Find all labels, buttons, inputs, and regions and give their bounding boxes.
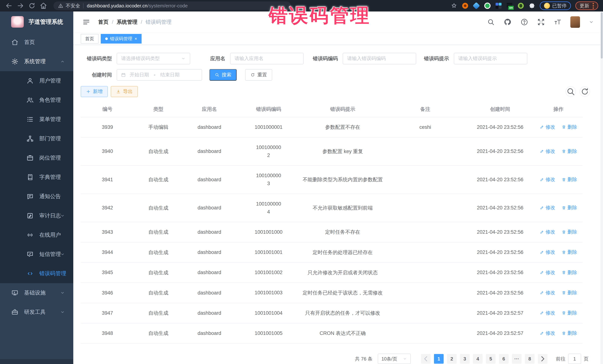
edit-link[interactable]: 修改 — [540, 289, 555, 296]
error-hint-input[interactable]: 请输入错误码提示 — [454, 53, 527, 64]
pencil-icon — [540, 331, 544, 335]
delete-link[interactable]: 删除 — [562, 176, 577, 183]
fullscreen-icon[interactable] — [537, 18, 545, 26]
sidebar-item-系统管理[interactable]: 系统管理 — [0, 52, 73, 71]
app-name-input[interactable]: 请输入应用名 — [230, 53, 303, 64]
sidebar-item-首页[interactable]: 首页 — [0, 33, 73, 52]
cell-code: 1001001002 — [236, 263, 301, 283]
extensions-puzzle-icon[interactable] — [529, 2, 535, 9]
breadcrumb-item[interactable]: 系统管理 — [117, 19, 138, 26]
sidebar-item-短信管理[interactable]: 短信管理 — [0, 245, 73, 264]
page-button-8[interactable]: 8 — [525, 354, 534, 364]
tab-首页[interactable]: 首页 — [81, 34, 99, 44]
address-bar[interactable]: 不安全 dashboard.yudao.iocoder.cn/system/er… — [53, 1, 291, 10]
delete-link[interactable]: 删除 — [562, 124, 577, 130]
page-button-1[interactable]: 1 — [434, 354, 444, 364]
sidebar-item-基础设施[interactable]: 基础设施 — [0, 283, 73, 302]
hamburger-icon[interactable] — [82, 18, 90, 26]
browser-reload-icon[interactable] — [28, 2, 36, 10]
extension-tabs-icon[interactable]: on — [506, 2, 513, 9]
help-icon[interactable] — [520, 18, 528, 26]
edit-link[interactable]: 修改 — [540, 269, 555, 276]
page-scrollbar[interactable] — [600, 11, 603, 364]
page-button-3[interactable]: 3 — [460, 354, 470, 364]
browser-update-button[interactable]: 更新 — [575, 1, 598, 10]
sidebar-item-岗位管理[interactable]: 岗位管理 — [0, 148, 73, 167]
user-avatar[interactable] — [570, 16, 580, 28]
page-button-2[interactable]: 2 — [447, 354, 457, 364]
sidebar-item-错误码管理[interactable]: 错误码管理 — [0, 264, 73, 283]
sidebar-item-在线用户[interactable]: 在线用户 — [0, 225, 73, 245]
edit-link[interactable]: 修改 — [540, 148, 555, 154]
tab-错误码管理[interactable]: 错误码管理× — [101, 34, 141, 44]
delete-link[interactable]: 删除 — [562, 310, 577, 316]
extension-green-icon[interactable] — [484, 2, 491, 9]
page-size-select[interactable]: 10条/页 — [378, 354, 411, 364]
delete-link[interactable]: 删除 — [562, 229, 577, 235]
sidebar-item-审计日志[interactable]: 审计日志 — [0, 206, 73, 225]
sidebar-item-用户管理[interactable]: 用户管理 — [0, 71, 73, 90]
reset-button[interactable]: 重置 — [245, 69, 272, 81]
page-scrollbar-thumb[interactable] — [601, 12, 603, 59]
delete-link[interactable]: 删除 — [562, 249, 577, 255]
delete-link-label: 删除 — [568, 229, 577, 235]
breadcrumb-item[interactable]: 错误码管理 — [146, 19, 172, 26]
extension-orange-icon[interactable] — [462, 2, 468, 9]
delete-link[interactable]: 删除 — [562, 330, 577, 336]
page-ellipsis-button[interactable]: ··· — [512, 354, 522, 364]
error-type-select[interactable]: 请选择错误码类型 — [117, 53, 190, 64]
sidebar-item-菜单管理[interactable]: 菜单管理 — [0, 110, 73, 129]
sidebar-item-通知公告[interactable]: 通知公告 — [0, 187, 73, 206]
toggle-search-button[interactable] — [566, 86, 576, 97]
search-button[interactable]: 搜索 — [209, 69, 237, 81]
edit-link[interactable]: 修改 — [540, 229, 555, 235]
sidebar-item-字典管理[interactable]: 字典管理 — [0, 167, 73, 187]
breadcrumb-item[interactable]: 首页 — [98, 19, 109, 26]
page-button-4[interactable]: 4 — [473, 354, 483, 364]
edit-link[interactable]: 修改 — [540, 124, 555, 130]
goto-label: 前往 — [556, 356, 566, 362]
refresh-table-button[interactable] — [580, 86, 590, 97]
extension-spy-icon[interactable] — [517, 2, 524, 9]
tab-close-icon[interactable]: × — [135, 36, 137, 41]
cell-actions: 修改删除 — [534, 242, 583, 263]
sidebar-item-角色管理[interactable]: 角色管理 — [0, 90, 73, 110]
cell-message: 只有开启状态的任务，才可以修改 — [301, 303, 384, 323]
edit-link[interactable]: 修改 — [540, 310, 555, 316]
sidebar-item-研发工具[interactable]: 研发工具 — [0, 302, 73, 322]
table-row: 3941自动生成dashboard100100000 3不能删除类型为系统内置的… — [81, 165, 583, 194]
sidebar-logo-row[interactable]: 芋道管理系统 — [0, 11, 73, 32]
delete-link[interactable]: 删除 — [562, 148, 577, 154]
edit-link[interactable]: 修改 — [540, 176, 555, 183]
browser-home-icon[interactable] — [39, 2, 47, 10]
sidebar-item-部门管理[interactable]: 部门管理 — [0, 129, 73, 148]
goto-page-input[interactable]: 1 — [568, 354, 581, 364]
extension-gem-icon[interactable] — [473, 2, 480, 9]
delete-link-label: 删除 — [568, 204, 577, 211]
error-code-input[interactable]: 请输入错误码编码 — [343, 53, 416, 64]
page-button-6[interactable]: 6 — [499, 354, 509, 364]
delete-link[interactable]: 删除 — [562, 269, 577, 276]
github-icon[interactable] — [504, 18, 512, 26]
delete-link[interactable]: 删除 — [562, 289, 577, 296]
export-button[interactable]: 导出 — [111, 86, 138, 97]
next-page-button[interactable] — [538, 354, 547, 364]
edit-link[interactable]: 修改 — [540, 330, 555, 336]
cell-id: 3947 — [81, 303, 134, 323]
profile-paused-button[interactable]: 已暂停 — [540, 1, 571, 10]
delete-link[interactable]: 删除 — [562, 204, 577, 211]
browser-forward-icon[interactable] — [16, 2, 24, 10]
add-button[interactable]: 新增 — [81, 86, 108, 97]
extension-grid-icon[interactable] — [495, 2, 502, 9]
bookmark-star-icon[interactable] — [451, 2, 457, 9]
browser-back-icon[interactable] — [5, 2, 13, 10]
edit-link[interactable]: 修改 — [540, 249, 555, 255]
date-range-picker[interactable]: 开始日期 - 结束日期 — [117, 69, 202, 81]
avatar-caret-icon[interactable] — [589, 19, 594, 25]
page-button-5[interactable]: 5 — [486, 354, 496, 364]
browser-menu-icon[interactable] — [593, 3, 594, 9]
prev-page-button[interactable] — [421, 354, 431, 364]
search-icon[interactable] — [487, 18, 495, 26]
font-size-icon[interactable] — [554, 18, 562, 26]
edit-link[interactable]: 修改 — [540, 204, 555, 211]
